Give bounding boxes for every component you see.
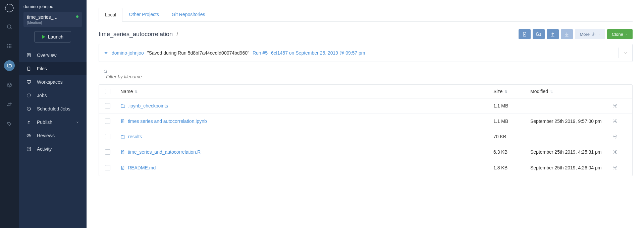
more-button[interactable]: More xyxy=(575,29,605,39)
file-link[interactable]: time_series_and_autocorrelation.R xyxy=(120,149,201,155)
svg-line-2 xyxy=(10,28,11,29)
commit-hash-time[interactable]: 6cf1457 on September 25, 2019 @ 09:57 pm xyxy=(271,50,365,56)
file-size: 6.3 KB xyxy=(493,149,530,155)
app-logo-icon xyxy=(5,3,14,13)
commit-run[interactable]: Run #5 xyxy=(253,50,268,56)
download-icon xyxy=(564,31,570,37)
row-gear-icon[interactable] xyxy=(613,103,626,108)
tab-other-projects[interactable]: Other Projects xyxy=(122,7,165,21)
commit-author[interactable]: domino-johnjoo xyxy=(112,50,144,56)
gear-icon xyxy=(592,32,596,36)
row-gear-icon[interactable] xyxy=(613,165,626,170)
nav-overview[interactable]: Overview xyxy=(19,49,87,62)
row-gear-icon[interactable] xyxy=(613,150,626,154)
svg-point-26 xyxy=(105,52,107,54)
folder-icon[interactable] xyxy=(4,60,15,71)
file-plus-icon xyxy=(522,31,527,37)
nav-scheduled-jobs[interactable]: Scheduled Jobs xyxy=(19,102,87,116)
file-modified: September 25th 2019, 9:57:00 pm xyxy=(530,118,613,124)
row-gear-icon[interactable] xyxy=(613,119,626,124)
nav-workspaces[interactable]: Workspaces xyxy=(19,75,87,89)
file-size: 1.8 KB xyxy=(493,165,530,170)
tab-git-repos[interactable]: Git Repositories xyxy=(165,7,212,21)
row-checkbox[interactable] xyxy=(105,165,110,170)
svg-point-1 xyxy=(7,25,11,28)
nav-reviews[interactable]: Reviews xyxy=(19,129,87,142)
launch-label: Launch xyxy=(48,34,63,40)
select-all-checkbox[interactable] xyxy=(105,89,110,94)
chevron-down-icon xyxy=(624,51,628,55)
commit-bar: domino-johnjoo "Saved during Run 5d8bf7a… xyxy=(99,44,633,62)
svg-point-21 xyxy=(28,135,30,136)
breadcrumb: time_series_autocorrelation / xyxy=(99,31,180,38)
file-modified: September 25th 2019, 4:25:31 pm xyxy=(530,149,613,155)
nav-jobs[interactable]: Jobs xyxy=(19,89,87,102)
search-icon[interactable] xyxy=(4,21,15,32)
project-card[interactable]: time_series_... [Ideation] xyxy=(23,12,82,27)
new-file-button[interactable] xyxy=(519,29,531,39)
commit-expand[interactable] xyxy=(619,48,628,58)
file-icon xyxy=(120,165,125,170)
svg-point-40 xyxy=(614,152,616,153)
launch-button[interactable]: Launch xyxy=(34,31,71,43)
play-icon xyxy=(42,35,45,39)
svg-rect-11 xyxy=(10,47,11,48)
folder-plus-icon xyxy=(536,31,541,37)
svg-point-36 xyxy=(614,136,616,137)
nav-activity[interactable]: Activity xyxy=(19,142,87,156)
upload-icon xyxy=(550,31,555,37)
folder-icon xyxy=(120,134,125,139)
file-link[interactable]: times series and autocorrelation.ipynb xyxy=(120,119,207,124)
file-link[interactable]: .ipynb_checkpoints xyxy=(120,103,168,108)
activity-icon xyxy=(26,146,32,152)
file-link[interactable]: results xyxy=(120,134,142,139)
toolbar: More Clone xyxy=(519,29,633,39)
row-checkbox[interactable] xyxy=(105,149,110,155)
svg-rect-10 xyxy=(9,47,10,48)
icon-rail xyxy=(0,0,19,228)
clone-button[interactable]: Clone xyxy=(607,29,633,39)
nav-publish[interactable]: Publish xyxy=(19,116,87,129)
col-size[interactable]: Size ⇅ xyxy=(493,89,530,94)
status-dot-icon xyxy=(76,15,78,18)
nav-list: Overview Files Workspaces Jobs Scheduled… xyxy=(19,49,87,156)
row-checkbox[interactable] xyxy=(105,134,110,139)
filter-row xyxy=(99,62,633,84)
new-folder-button[interactable] xyxy=(533,29,545,39)
table-row: times series and autocorrelation.ipynb1.… xyxy=(99,113,632,129)
monitor-icon xyxy=(26,79,32,85)
upload-button[interactable] xyxy=(547,29,559,39)
file-link[interactable]: README.md xyxy=(120,165,156,170)
col-name[interactable]: Name ⇅ xyxy=(120,89,493,94)
cube-icon[interactable] xyxy=(4,80,15,90)
file-icon xyxy=(26,66,32,71)
svg-point-35 xyxy=(614,121,616,122)
col-modified[interactable]: Modified ⇅ xyxy=(530,89,613,94)
file-name: times series and autocorrelation.ipynb xyxy=(128,119,207,124)
apps-icon[interactable] xyxy=(4,41,15,52)
sort-icon: ⇅ xyxy=(504,90,507,93)
svg-rect-6 xyxy=(7,46,8,47)
table-header: Name ⇅ Size ⇅ Modified ⇅ xyxy=(99,85,632,98)
caret-down-icon xyxy=(625,33,628,35)
svg-rect-9 xyxy=(7,47,8,48)
workspace-name: domino-johnjoo xyxy=(23,4,82,11)
chevron-down-icon xyxy=(76,121,79,124)
commit-icon xyxy=(104,51,108,55)
row-gear-icon[interactable] xyxy=(613,134,626,139)
filter-input[interactable] xyxy=(103,74,191,79)
file-icon xyxy=(120,119,125,124)
tab-local[interactable]: Local xyxy=(99,8,122,22)
row-checkbox[interactable] xyxy=(105,103,110,108)
svg-point-0 xyxy=(5,4,13,12)
file-size: 70 KB xyxy=(493,134,530,139)
svg-point-31 xyxy=(614,105,616,106)
tag-icon[interactable] xyxy=(4,119,15,129)
clock-icon xyxy=(26,106,32,111)
download-button[interactable] xyxy=(561,29,573,39)
transfer-icon[interactable] xyxy=(4,99,15,110)
nav-files[interactable]: Files xyxy=(19,62,87,75)
main: Local Other Projects Git Repositories ti… xyxy=(87,0,644,228)
row-checkbox[interactable] xyxy=(105,119,110,124)
project-status: [Ideation] xyxy=(27,20,78,24)
